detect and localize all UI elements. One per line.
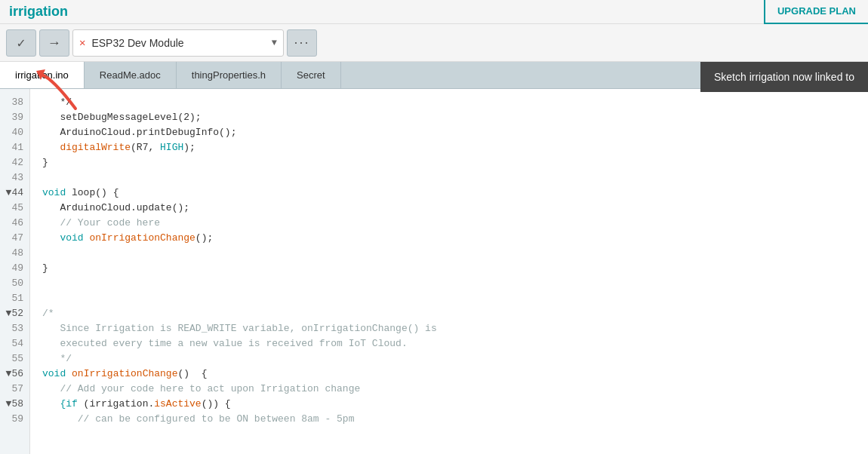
more-options-button[interactable]: ··· [287, 29, 317, 57]
upgrade-button[interactable]: UPGRADE PLAN [764, 0, 868, 24]
line-number: 50 [0, 276, 29, 291]
line-numbers: 383940414243▼4445464748495051▼52535455▼5… [0, 89, 30, 454]
tab-label: Secret [297, 69, 325, 81]
code-line [42, 291, 856, 306]
line-number: 59 [0, 412, 29, 427]
code-line: void loop() { [42, 186, 856, 201]
code-line [42, 246, 856, 261]
code-line: // can be configured to be ON between 8a… [42, 412, 856, 427]
line-number: ▼56 [0, 367, 29, 382]
line-number: 46 [0, 216, 29, 231]
line-number: 38 [0, 95, 29, 110]
notification-text: Sketch irrigation now linked to [714, 71, 854, 83]
arrow-right-icon: → [51, 35, 59, 51]
line-number: 40 [0, 125, 29, 140]
board-dropdown-icon: ▼ [272, 38, 277, 48]
code-line: } [42, 155, 856, 170]
line-number: 51 [0, 291, 29, 306]
line-number: 42 [0, 155, 29, 170]
code-line: {if (irrigation.isActive()) { [42, 397, 856, 412]
tab-readme[interactable]: ReadMe.adoc [85, 62, 177, 88]
code-line: void onIrrigationChange() { [42, 367, 856, 382]
line-number: ▼58 [0, 397, 29, 412]
tab-secret[interactable]: Secret [282, 62, 341, 88]
code-editor: 383940414243▼4445464748495051▼52535455▼5… [0, 89, 868, 454]
tab-label: irrigation.ino [15, 69, 69, 81]
code-line: // Add your code here to act upon Irriga… [42, 382, 856, 397]
tab-thing-properties[interactable]: thingProperties.h [177, 62, 282, 88]
line-number: ▼52 [0, 306, 29, 321]
app-title: irrigation [9, 4, 68, 20]
code-line: Since Irrigation is READ_WRITE variable,… [42, 321, 856, 336]
code-line [42, 170, 856, 186]
board-name-label: ESP32 Dev Module [91, 37, 265, 49]
toolbar: ✓ → ✕ ESP32 Dev Module ▼ ··· [0, 24, 868, 62]
board-error-icon: ✕ [79, 36, 85, 49]
line-number: 57 [0, 382, 29, 397]
line-number: 43 [0, 170, 29, 186]
notification-toast: Sketch irrigation now linked to [700, 62, 868, 92]
code-line: /* [42, 306, 856, 321]
code-line: digitalWrite(R7, HIGH); [42, 140, 856, 155]
tab-irrigation-ino[interactable]: irrigation.ino [0, 62, 85, 88]
tab-label: ReadMe.adoc [100, 69, 161, 81]
code-line: void onIrrigationChange(); [42, 231, 856, 246]
code-line: executed every time a new value is recei… [42, 336, 856, 351]
board-selector[interactable]: ✕ ESP32 Dev Module ▼ [72, 29, 284, 57]
code-line: ArduinoCloud.update(); [42, 201, 856, 216]
line-number: 39 [0, 110, 29, 125]
verify-button[interactable]: ✓ [6, 29, 36, 57]
code-content[interactable]: */ setDebugMessageLevel(2); ArduinoCloud… [30, 89, 868, 454]
top-bar: irrigation UPGRADE PLAN [0, 0, 868, 24]
code-line: */ [42, 351, 856, 367]
line-number: 54 [0, 336, 29, 351]
check-icon: ✓ [17, 35, 26, 51]
code-line: ArduinoCloud.printDebugInfo(); [42, 125, 856, 140]
line-number: 48 [0, 246, 29, 261]
code-line [42, 276, 856, 291]
line-number: 47 [0, 231, 29, 246]
code-line: // Your code here [42, 216, 856, 231]
line-number: 55 [0, 351, 29, 367]
code-line: } [42, 261, 856, 276]
more-icon: ··· [294, 35, 309, 51]
tab-label: thingProperties.h [192, 69, 266, 81]
line-number: 45 [0, 201, 29, 216]
code-line: setDebugMessageLevel(2); [42, 110, 856, 125]
line-number: 41 [0, 140, 29, 155]
upload-button[interactable]: → [39, 29, 69, 57]
line-number: 49 [0, 261, 29, 276]
code-line: */ [42, 95, 856, 110]
line-number: 53 [0, 321, 29, 336]
line-number: ▼44 [0, 186, 29, 201]
